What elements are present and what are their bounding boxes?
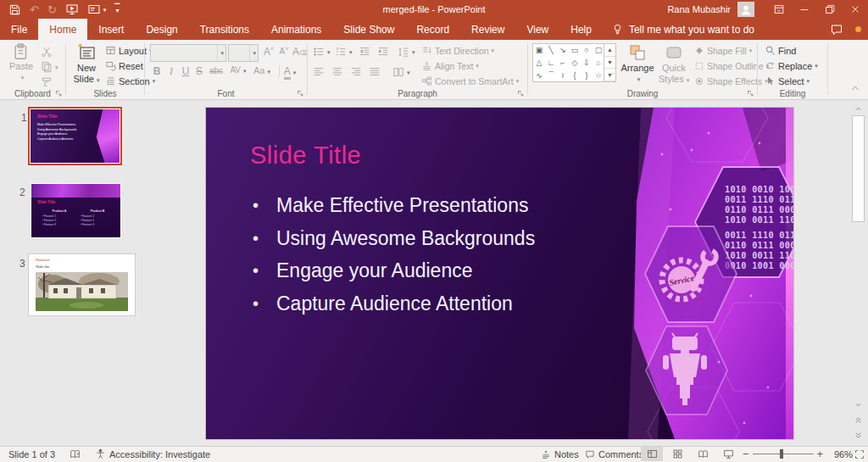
columns-icon[interactable]: ▾ bbox=[392, 65, 410, 78]
tab-design[interactable]: Design bbox=[135, 19, 188, 40]
notes-button[interactable]: Notes bbox=[541, 447, 579, 461]
shape-arrow-icon[interactable]: ↘ bbox=[557, 44, 569, 57]
shape-rounded-rect-icon[interactable]: ▢ bbox=[593, 44, 604, 57]
next-slide-icon[interactable] bbox=[851, 429, 865, 442]
numbering-icon[interactable]: ▾ bbox=[335, 45, 353, 58]
shape-pentagon-icon[interactable]: ⌂ bbox=[593, 57, 604, 70]
bullets-icon[interactable]: ▾ bbox=[313, 45, 331, 58]
tab-review[interactable]: Review bbox=[460, 19, 515, 40]
user-name[interactable]: Rana Mubashir bbox=[667, 4, 731, 14]
slide-bullet[interactable]: Make Effective Presentations bbox=[253, 189, 535, 222]
tab-record[interactable]: Record bbox=[405, 19, 460, 40]
grow-font-button[interactable]: A˄ bbox=[262, 46, 275, 58]
slide-thumbnail-2[interactable]: Slide Title Product A • Feature 1 • Feat… bbox=[31, 183, 121, 238]
font-color-button[interactable]: A▾ bbox=[279, 65, 300, 77]
scrollbar-thumb[interactable] bbox=[852, 115, 865, 222]
shape-scribble-icon[interactable]: ∿ bbox=[533, 69, 545, 81]
spellcheck-icon[interactable] bbox=[70, 447, 81, 461]
shapes-gallery[interactable]: ▣ ╲ ↘ ▭ ○ ▢ △ ∟ ⌐ ◇ ⇩ ⌂ ∿ ⌒ ≀ { } ☆ bbox=[532, 43, 605, 82]
tell-me-box[interactable]: Tell me what you want to do bbox=[603, 19, 763, 40]
shape-rectangle-icon[interactable]: ▭ bbox=[569, 44, 581, 57]
previous-slide-icon[interactable] bbox=[851, 414, 865, 426]
zoom-level[interactable]: 96% bbox=[834, 447, 853, 461]
text-direction-button[interactable]: Text Direction▾ bbox=[421, 43, 494, 58]
shape-brace-left-icon[interactable]: { bbox=[569, 69, 581, 81]
paste-button[interactable]: Paste ▾ bbox=[7, 42, 36, 83]
zoom-out-icon[interactable]: − bbox=[743, 448, 749, 460]
shape-elbow-icon[interactable]: ∟ bbox=[545, 57, 557, 70]
tab-view[interactable]: View bbox=[515, 19, 559, 40]
line-spacing-icon[interactable]: ▾ bbox=[398, 45, 415, 58]
slide-bullet[interactable]: Engage your Audience bbox=[253, 254, 535, 287]
change-case-button[interactable]: Aa▾ bbox=[252, 65, 272, 75]
collapse-ribbon-icon[interactable] bbox=[849, 82, 861, 94]
shape-elbow2-icon[interactable]: ⌐ bbox=[557, 57, 569, 70]
slide-body-placeholder[interactable]: Make Effective Presentations Using Aweso… bbox=[253, 189, 535, 320]
find-button[interactable]: Find bbox=[765, 43, 796, 58]
tab-help[interactable]: Help bbox=[559, 19, 603, 40]
tab-file[interactable]: File bbox=[0, 19, 38, 40]
replace-button[interactable]: Replace▾ bbox=[765, 58, 818, 73]
slide-bullet[interactable]: Capture Audience Attention bbox=[253, 287, 535, 320]
select-button[interactable]: Select▾ bbox=[765, 74, 810, 88]
tab-transitions[interactable]: Transitions bbox=[189, 19, 260, 40]
slide-canvas[interactable]: 1010 0010 1001 0011 1110 0110 0110 0111 … bbox=[206, 108, 793, 439]
reading-view-button[interactable] bbox=[692, 447, 714, 461]
zoom-slider-thumb[interactable] bbox=[780, 449, 783, 459]
slide-bullet[interactable]: Using Awesome Backgrounds bbox=[253, 222, 535, 255]
scroll-up-icon[interactable] bbox=[851, 103, 865, 115]
shape-diamond-icon[interactable]: ◇ bbox=[569, 57, 581, 70]
accessibility-status[interactable]: Accessibility: Investigate bbox=[95, 447, 210, 461]
underline-button[interactable]: U bbox=[181, 65, 191, 77]
align-text-button[interactable]: Align Text▾ bbox=[421, 58, 479, 73]
slide-thumbnail-1[interactable]: Slide Title Make Effective Presentations… bbox=[28, 107, 122, 165]
ribbon-display-options-icon[interactable] bbox=[766, 0, 792, 19]
quick-styles-button[interactable]: Quick Styles▾ bbox=[657, 42, 691, 86]
zoom-slider[interactable] bbox=[753, 447, 814, 461]
avatar[interactable] bbox=[737, 2, 754, 17]
shape-down-arrow-icon[interactable]: ⇩ bbox=[581, 57, 593, 70]
shape-arc-icon[interactable]: ⌒ bbox=[545, 69, 557, 81]
reset-button[interactable]: Reset bbox=[105, 58, 143, 73]
font-dialog-launcher-icon[interactable] bbox=[296, 87, 304, 97]
minimize-button[interactable] bbox=[792, 0, 817, 19]
slide-thumbnail-3[interactable]: Dickinson Slide title bbox=[29, 254, 135, 315]
align-center-icon[interactable] bbox=[331, 65, 343, 78]
drawing-dialog-launcher-icon[interactable] bbox=[746, 87, 754, 97]
shape-oval-icon[interactable]: ○ bbox=[581, 44, 593, 57]
italic-button[interactable]: I bbox=[167, 65, 175, 78]
comments-button[interactable]: Comments bbox=[585, 447, 643, 461]
normal-view-button[interactable] bbox=[641, 447, 663, 461]
tab-slide-show[interactable]: Slide Show bbox=[332, 19, 405, 40]
paragraph-dialog-launcher-icon[interactable] bbox=[516, 87, 525, 97]
shrink-font-button[interactable]: A˅ bbox=[277, 46, 291, 56]
align-left-icon[interactable] bbox=[313, 65, 325, 78]
shape-fill-button[interactable]: Shape Fill▾ bbox=[694, 43, 752, 58]
scroll-down-icon[interactable] bbox=[851, 398, 865, 411]
slide-title[interactable]: Slide Title bbox=[250, 142, 361, 170]
bold-button[interactable]: B bbox=[152, 65, 162, 77]
gallery-scroll-up-icon[interactable]: ▲ bbox=[604, 44, 615, 57]
shape-line-icon[interactable]: ╲ bbox=[545, 44, 557, 57]
clear-formatting-icon[interactable]: A⌫ bbox=[292, 46, 304, 58]
clipboard-dialog-launcher-icon[interactable] bbox=[54, 87, 63, 97]
shape-star-icon[interactable]: ☆ bbox=[593, 69, 604, 81]
decrease-indent-icon[interactable] bbox=[359, 45, 370, 58]
format-painter-icon[interactable] bbox=[41, 75, 53, 88]
slide-indicator[interactable]: Slide 1 of 3 bbox=[8, 447, 55, 461]
gallery-scroll-down-icon[interactable]: ▼ bbox=[604, 57, 615, 70]
increase-indent-icon[interactable] bbox=[377, 45, 389, 58]
character-spacing-button[interactable]: AV▾ bbox=[228, 65, 248, 75]
tab-home[interactable]: Home bbox=[38, 19, 87, 40]
shape-triangle-icon[interactable]: △ bbox=[533, 57, 545, 70]
restore-button[interactable] bbox=[817, 0, 843, 19]
zoom-in-icon[interactable]: + bbox=[817, 448, 824, 460]
shape-textbox-icon[interactable]: ▣ bbox=[533, 44, 545, 57]
convert-to-smartart-button[interactable]: Convert to SmartArt▾ bbox=[421, 74, 519, 88]
font-name-combobox[interactable]: ▾ bbox=[150, 44, 226, 62]
fit-to-window-icon[interactable] bbox=[854, 447, 865, 461]
shape-curve-icon[interactable]: ≀ bbox=[557, 69, 569, 81]
arrange-button[interactable]: Arrange ▾ bbox=[620, 42, 655, 85]
align-right-icon[interactable] bbox=[350, 65, 362, 78]
subscript-abc-button[interactable]: abc bbox=[208, 66, 225, 75]
